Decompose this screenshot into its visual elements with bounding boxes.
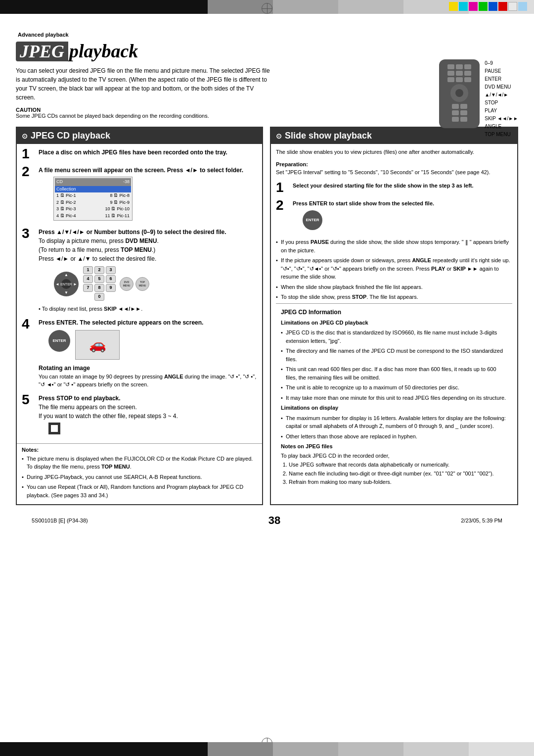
file-list-header: CD -38 (55, 178, 131, 186)
limit-5: It may take more than one minute for thi… (281, 394, 507, 402)
color-sq-white (508, 2, 517, 11)
step-3-sub3: Press ◄/► or ▲/▼ to select the desired f… (39, 255, 156, 262)
numpad-2: 2 (94, 266, 104, 274)
rotating-title: Rotating an image (39, 364, 257, 373)
svg-text:▲: ▲ (64, 273, 68, 277)
file-item-4a: 4 🖻 Pic-4 (56, 213, 76, 220)
step-1-content: Place a disc on which JPEG files have be… (39, 148, 257, 157)
note-2: During JPEG-Playback, you cannot use SEA… (22, 473, 257, 481)
file-list-item-2: 2 🖻 Pic-2 9 🖻 Pic-9 (55, 199, 131, 206)
ss-step-1-text: Select your desired starting file for th… (293, 183, 474, 189)
ss-step-1-number: 1 (276, 181, 290, 194)
step-4: 4 Press ENTER. The selected picture appe… (22, 318, 257, 389)
ss-step-2-text: Press ENTER to start slide show from the… (293, 200, 434, 206)
top-crosshair-icon (262, 3, 272, 15)
svg-text:ENTER: ENTER (60, 283, 72, 286)
numpad-row-3: 7 8 9 (83, 284, 116, 292)
remote-body (439, 59, 480, 128)
ss-step-2-content: Press ENTER to start slide show from the… (293, 199, 512, 234)
jpeg-cd-info-title: JPEG CD Information (281, 308, 507, 317)
numpad-5: 5 (94, 275, 104, 283)
description-text: You can select your desired JPEG file on… (16, 66, 273, 102)
numpad-row-1: 1 2 3 (83, 266, 116, 274)
jpeg-notes-title: Notes on JPEG files (281, 442, 507, 451)
main-content: Advanced playback JPEG playback You can … (0, 14, 534, 541)
step-3-number: 3 (22, 227, 36, 240)
remote-btn-c (452, 110, 459, 115)
jpeg-cd-steps: 1 Place a disc on which JPEG files have … (17, 144, 262, 443)
remote-btn-row-2 (443, 71, 476, 76)
step-1: 1 Place a disc on which JPEG files have … (22, 148, 257, 161)
numpad-8: 8 (94, 284, 104, 292)
remote-btn-row-6 (443, 117, 476, 122)
step-5-number: 5 (22, 393, 36, 407)
remote-btn-8 (456, 77, 463, 82)
jpeg-cd-title: JPEG CD playback (31, 131, 110, 141)
section-label: Advanced playback (18, 32, 518, 38)
remote-label-pause: PAUSE (485, 67, 518, 75)
color-sq-blue (489, 2, 497, 11)
file-list-item-4: 4 🖻 Pic-4 11 🖻 Pic-11 (55, 213, 131, 220)
remote-btn-5 (456, 71, 463, 76)
numpad-9: 9 (106, 284, 116, 292)
bottom-bar-grays (208, 742, 534, 756)
jpeg-cd-icon: ⊙ (22, 132, 28, 140)
numpad: 1 2 3 4 5 6 7 (83, 266, 116, 302)
step-5-sub1: The file menu appears on the screen. (39, 404, 137, 411)
step-3-sub1: To display a picture menu, press DVD MEN… (39, 237, 159, 244)
step-5: 5 Press STOP to end playback. The file m… (22, 394, 257, 434)
color-sq-green (479, 2, 488, 11)
remote-btn-e (452, 117, 459, 122)
color-sq-red (498, 2, 507, 11)
remote-btn-4 (447, 71, 454, 76)
remote-label-09: 0–9 (485, 59, 518, 67)
file-list-cd: CD (56, 179, 63, 186)
remote-diagram: 0–9 PAUSE ENTER DVD MENU ▲/▼/◄/► STOP PL… (439, 59, 518, 139)
step-4-text: Press ENTER. The selected picture appear… (39, 319, 203, 326)
ss-step-1-content: Select your desired starting file for th… (293, 182, 512, 190)
display-title: Limitations on display (281, 404, 507, 412)
step-4-visuals: ENTER 🚗 (48, 330, 257, 360)
slideshow-bullets: If you press PAUSE during the slide show… (276, 238, 512, 301)
svg-text:►: ► (73, 282, 77, 286)
numpad-area: ▲ ▼ ◄ ► ENTER 1 (53, 266, 257, 302)
slideshow-title: Slide show playback (285, 131, 372, 141)
rotating-section: Rotating an image You can rotate an imag… (39, 364, 257, 389)
bottom-gray-5 (469, 742, 534, 756)
remote-label-topmenu: TOP MENU (485, 131, 518, 139)
bottom-decorative-bar (0, 742, 534, 756)
slideshow-content: The slide show enables you to view pictu… (271, 144, 517, 495)
step-3-sub2: (To return to a file menu, press TOP MEN… (39, 246, 155, 253)
jpeg-note-3: Refrain from making too many sub-folders… (289, 478, 507, 487)
file-item-1b: 8 🖻 Pic-8 (110, 192, 130, 199)
remote-btn-row-4 (443, 104, 476, 109)
title-area: JPEG playback You can select your desire… (16, 42, 518, 122)
ss-step-2-number: 2 (276, 198, 290, 212)
file-item-2b: 9 🖻 Pic-9 (110, 199, 130, 206)
remote-label-play: PLAY (485, 107, 518, 115)
step-1-text: Place a disc on which JPEG files have be… (39, 149, 227, 156)
file-item-1a: 1 🖻 Pic-1 (56, 192, 76, 199)
jpeg-cd-header: ⊙ JPEG CD playback (17, 128, 262, 144)
file-item-3a: 3 🖻 Pic-3 (56, 206, 76, 213)
numpad-3: 3 (106, 266, 116, 274)
svg-text:▼: ▼ (64, 290, 68, 295)
jpeg-notes-list: Use JPEG software that records data alph… (281, 461, 507, 487)
remote-label-skip: SKIP ◄◄/►► (485, 115, 518, 123)
preparation-text: Set "JPEG Interval" setting to "5 Second… (276, 168, 512, 177)
enter-button-step4: ENTER (48, 330, 70, 352)
step-2-number: 2 (22, 165, 36, 179)
dpad-step3: ▲ ▼ ◄ ► ENTER (53, 271, 79, 297)
step-4-number: 4 (22, 317, 36, 331)
stop-square (51, 425, 58, 432)
file-list-num: -38 (123, 179, 130, 186)
notes-title: Notes: (22, 447, 257, 453)
limit-1: JPEG CD is the disc that is standardized… (281, 329, 507, 345)
col-jpeg-cd: ⊙ JPEG CD playback 1 Place a disc on whi… (16, 127, 263, 505)
bottom-gray-2 (273, 742, 338, 756)
menu-buttons: DVD MENU TOP MENU (120, 277, 149, 291)
file-item-4b: 11 🖻 Pic-11 (105, 213, 130, 220)
remote-btn-a (452, 104, 459, 109)
display-1: The maximum number for display is 16 let… (281, 414, 507, 430)
numpad-row-2: 4 5 6 (83, 275, 116, 283)
